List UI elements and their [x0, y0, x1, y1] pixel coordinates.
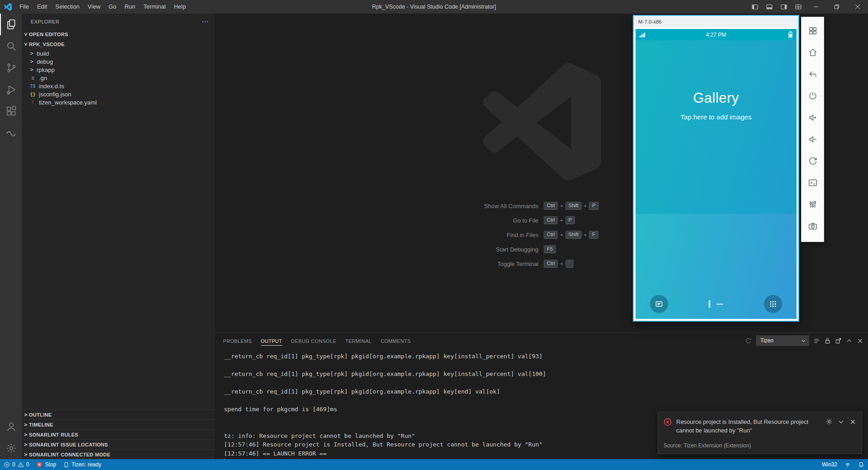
search-icon[interactable]	[0, 35, 22, 57]
app-subtitle[interactable]: Tap here to add images	[681, 113, 752, 121]
output-line: __return_cb req_id[1] pkg_type[rpk] pkgi…	[224, 352, 868, 361]
sonarlint-icon[interactable]	[0, 122, 22, 144]
gear-icon[interactable]	[825, 418, 833, 425]
apps-button[interactable]	[764, 295, 782, 313]
key-badge: Shift	[565, 231, 582, 239]
phone-status-bar: 4:27 PM	[636, 29, 797, 40]
account-icon[interactable]	[0, 416, 22, 437]
chevron-right-icon: >	[24, 451, 28, 458]
volume-down-icon[interactable]	[804, 130, 821, 148]
close-notification-icon[interactable]	[849, 418, 856, 425]
section-label: OUTLINE	[29, 412, 52, 418]
menu-view[interactable]: View	[84, 0, 104, 14]
apps-icon[interactable]	[804, 22, 821, 40]
gallery-app-header: Gallery Tap here to add images	[636, 40, 797, 214]
sidebar-item-debug[interactable]: > debug	[22, 57, 215, 66]
customize-layout-icon[interactable]	[791, 0, 806, 14]
error-count: 0	[12, 461, 15, 468]
back-icon[interactable]	[804, 65, 821, 83]
source-control-icon[interactable]	[0, 57, 22, 79]
restore-button[interactable]	[826, 0, 847, 14]
tab-debug-console[interactable]: DEBUG CONSOLE	[287, 333, 341, 349]
power-icon[interactable]	[804, 87, 821, 105]
explorer-title: EXPLORER	[31, 19, 59, 24]
shortcut-keys: F5	[544, 245, 556, 253]
home-icon[interactable]	[804, 43, 821, 62]
warning-count-icon	[18, 461, 24, 468]
lock-icon[interactable]	[824, 337, 831, 344]
file-name: index.d.ts	[39, 83, 64, 90]
explorer-icon[interactable]	[0, 14, 22, 35]
sidebar-item-tizen-workspace-yaml[interactable]: ! tizen_workspace.yaml	[22, 98, 215, 106]
workspace-root-section[interactable]: > RPK_VSCODE	[22, 39, 215, 49]
controls-icon[interactable]	[804, 195, 821, 214]
output-channel-select[interactable]: Tizen	[756, 335, 809, 346]
chevron-up-icon[interactable]	[846, 337, 853, 344]
tizen-status[interactable]: Tizen: ready	[60, 459, 105, 470]
sidebar-item-jsconfig[interactable]: {} jsconfig.json	[22, 90, 215, 98]
chevron-down-icon: >	[23, 42, 29, 47]
toggle-secondary-sidebar-icon[interactable]	[777, 0, 791, 14]
stop-button[interactable]: Stop	[33, 459, 60, 470]
tab-comments[interactable]: COMMENTS	[376, 333, 415, 349]
section-sonarlint-connected-mode[interactable]: > SONARLINT CONNECTED MODE	[22, 449, 215, 459]
section-timeline[interactable]: > TIMELINE	[22, 419, 215, 429]
toggle-sidebar-icon[interactable]	[748, 0, 762, 14]
open-editor-icon[interactable]	[835, 337, 842, 344]
rotate-icon[interactable]	[804, 152, 821, 170]
output-line: __return_cb req_id[1] pkg_type[rpk] pkgi…	[224, 370, 868, 379]
emulator-screen[interactable]: 4:27 PM Gallery Tap here to add images	[636, 29, 797, 319]
activity-bar-spacer	[0, 144, 22, 416]
section-sonarlint-rules[interactable]: > SONARLINT RULES	[22, 429, 215, 439]
chevron-down-icon: >	[23, 32, 29, 37]
tab-output[interactable]: OUTPUT	[256, 333, 287, 349]
platform-indicator[interactable]: Win32	[818, 461, 841, 468]
chevron-down-icon[interactable]	[838, 418, 844, 425]
more-actions-icon[interactable]: ⋯	[202, 18, 209, 26]
sidebar-item-gn-file[interactable]: ≡ .gn	[22, 74, 215, 82]
run-debug-icon[interactable]	[0, 79, 22, 100]
explorer-header: EXPLORER ⋯	[22, 14, 215, 29]
key-badge: F	[589, 231, 598, 239]
shell-icon[interactable]	[804, 174, 821, 192]
tab-problems[interactable]: PROBLEMS	[218, 333, 256, 349]
menu-terminal[interactable]: Terminal	[139, 0, 170, 14]
close-panel-icon[interactable]	[857, 337, 863, 344]
refresh-icon[interactable]	[745, 337, 752, 344]
menu-run[interactable]: Run	[120, 0, 139, 14]
file-name: tizen_workspace.yaml	[39, 99, 97, 106]
problems-status[interactable]: 0 0	[0, 459, 33, 470]
menu-file[interactable]: File	[15, 0, 33, 14]
screenshot-icon[interactable]	[804, 217, 821, 235]
emulator-titlebar[interactable]: M-7.0-x86	[634, 16, 798, 27]
menu-go[interactable]: Go	[104, 0, 120, 14]
settings-gear-icon[interactable]	[0, 437, 22, 459]
emulator-title: M-7.0-x86	[638, 19, 662, 24]
sidebar-item-index-dts[interactable]: TS index.d.ts	[22, 82, 215, 90]
remote-indicator-icon[interactable]	[841, 461, 854, 468]
gn-file-icon: ≡	[29, 76, 36, 81]
extensions-icon[interactable]	[0, 100, 22, 122]
menu-selection[interactable]: Selection	[51, 0, 83, 14]
section-sonarlint-issue-locations[interactable]: > SONARLINT ISSUE LOCATIONS	[22, 439, 215, 449]
notification-message: Resource project is Installed, But Resou…	[676, 418, 810, 435]
emulator-toolbar	[801, 17, 824, 242]
tab-terminal[interactable]: TERMINAL	[341, 333, 376, 349]
file-name: .gn	[39, 75, 47, 81]
volume-up-icon[interactable]	[804, 109, 821, 127]
sidebar-item-build[interactable]: > build	[22, 49, 215, 57]
toggle-panel-icon[interactable]	[762, 0, 777, 14]
section-outline[interactable]: > OUTLINE	[22, 409, 215, 419]
close-window-button[interactable]	[847, 0, 868, 14]
stop-icon	[36, 461, 43, 468]
sidebar-item-rpkapp[interactable]: > rpkapp	[22, 66, 215, 74]
menu-help[interactable]: Help	[170, 0, 190, 14]
emulator-window[interactable]: M-7.0-x86 4:27 PM Gallery Tap here to ad…	[633, 15, 799, 322]
minimize-button[interactable]	[806, 0, 826, 14]
lines-icon[interactable]	[813, 337, 820, 344]
menu-edit[interactable]: Edit	[33, 0, 51, 14]
notifications-bell-icon[interactable]	[854, 461, 868, 468]
recent-apps-button[interactable]	[650, 295, 668, 313]
open-editors-section[interactable]: > OPEN EDITORS	[22, 29, 215, 39]
typescript-file-icon: TS	[29, 84, 36, 89]
